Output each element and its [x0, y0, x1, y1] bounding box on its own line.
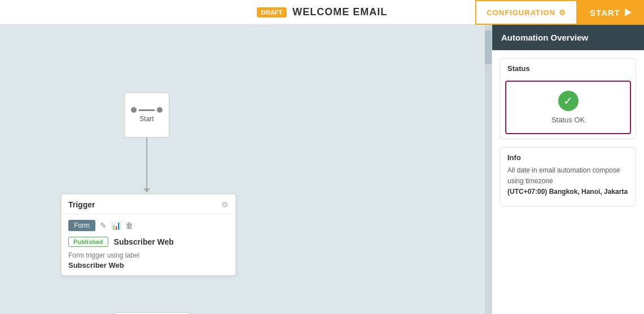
start-node-label: Start: [139, 115, 154, 123]
scrollbar-thumb[interactable]: [485, 30, 492, 64]
start-label: START: [590, 8, 620, 17]
panel-title: Automation Overview: [501, 33, 588, 42]
delete-icon[interactable]: 🗑: [125, 221, 133, 230]
info-timezone: (UTC+07:00) Bangkok, Hanoi, Jakarta: [507, 188, 628, 196]
status-ok-card: ✓ Status OK: [505, 81, 631, 134]
connector-arrow: [143, 188, 150, 193]
header: DRAFT WELCOME EMAIL CONFIGURATION ⚙ STAR…: [0, 0, 644, 25]
node-line: [139, 109, 155, 111]
status-section: Status ✓ Status OK: [500, 58, 636, 139]
right-panel: Automation Overview Status ✓ Status OK I…: [492, 25, 644, 314]
node-circle-left: [131, 107, 137, 113]
info-section-title: Info: [507, 153, 629, 162]
page-title: WELCOME EMAIL: [292, 6, 387, 18]
start-node-icon: [131, 107, 163, 113]
panel-scroll[interactable]: Status ✓ Status OK Info All date in emai…: [492, 50, 644, 314]
subscriber-web-name: Subscriber Web: [114, 237, 174, 246]
main-content: Start Trigger ⚙ Form ✎ 📊 🗑 Published Sub…: [0, 25, 644, 314]
start-button[interactable]: START: [577, 0, 644, 25]
info-section-body: Info All date in email automation compos…: [501, 148, 636, 206]
form-trigger-label: Form trigger using label: [68, 251, 229, 259]
info-text: All date in email automation compose usi…: [507, 165, 629, 198]
canvas: Start Trigger ⚙ Form ✎ 📊 🗑 Published Sub…: [0, 25, 492, 314]
gear-icon: ⚙: [559, 8, 566, 17]
panel-header: Automation Overview: [492, 25, 644, 50]
status-ok-text: Status OK: [551, 116, 585, 124]
chart-icon[interactable]: 📊: [111, 221, 121, 230]
play-icon: [625, 8, 632, 16]
form-tag-row: Form ✎ 📊 🗑: [68, 220, 229, 231]
node-circle-right: [157, 107, 163, 113]
draft-badge: DRAFT: [257, 7, 287, 17]
header-center: DRAFT WELCOME EMAIL: [257, 6, 387, 18]
vertical-scrollbar[interactable]: [485, 25, 492, 314]
info-text-1: All date in email automation compose usi…: [507, 166, 620, 185]
form-trigger-value: Subscriber Web: [68, 261, 229, 269]
trigger-node: Trigger ⚙ Form ✎ 📊 🗑 Published Subscribe…: [61, 194, 236, 276]
form-tag: Form: [68, 220, 95, 231]
trigger-title: Trigger: [68, 200, 95, 209]
edit-icon[interactable]: ✎: [100, 221, 107, 230]
info-section: Info All date in email automation compos…: [500, 147, 636, 206]
trigger-header: Trigger ⚙: [62, 194, 235, 214]
published-row: Published Subscriber Web: [68, 237, 229, 247]
published-badge: Published: [68, 237, 108, 247]
config-label: CONFIGURATION: [487, 8, 555, 17]
status-section-title: Status: [501, 59, 636, 76]
trigger-gear-icon[interactable]: ⚙: [221, 200, 229, 209]
start-node[interactable]: Start: [124, 92, 169, 138]
configuration-button[interactable]: CONFIGURATION ⚙: [475, 0, 577, 25]
check-icon: ✓: [558, 91, 579, 111]
header-actions: CONFIGURATION ⚙ START: [475, 0, 644, 25]
trigger-body: Form ✎ 📊 🗑 Published Subscriber Web Form…: [62, 214, 235, 275]
connector-line: [146, 138, 147, 191]
